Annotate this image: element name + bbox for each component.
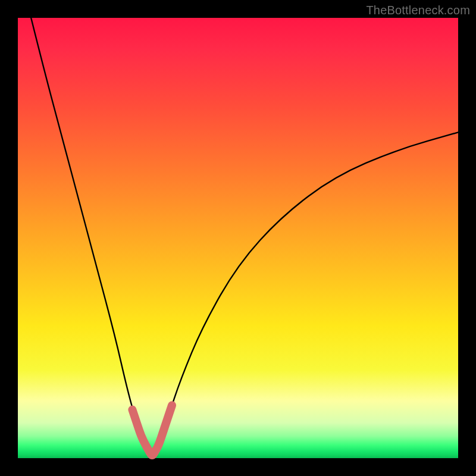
plot-area — [18, 18, 458, 458]
bottleneck-curve — [31, 18, 458, 453]
curve-layer — [18, 18, 458, 458]
near-zero-highlight — [132, 405, 172, 455]
watermark-text: TheBottleneck.com — [366, 4, 470, 17]
chart-frame: TheBottleneck.com — [0, 0, 476, 476]
